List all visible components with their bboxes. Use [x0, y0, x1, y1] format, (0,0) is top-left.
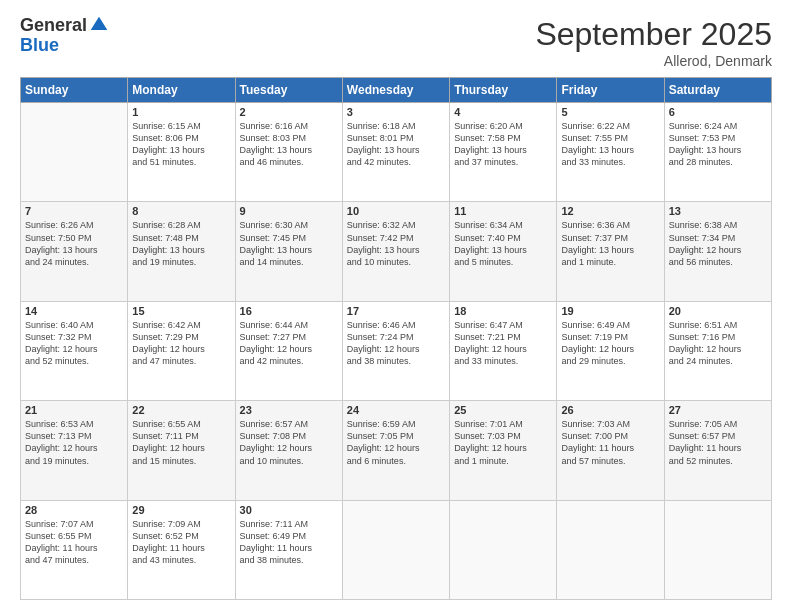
table-row: 10Sunrise: 6:32 AM Sunset: 7:42 PM Dayli… — [342, 202, 449, 301]
table-row: 20Sunrise: 6:51 AM Sunset: 7:16 PM Dayli… — [664, 301, 771, 400]
calendar-week-row: 1Sunrise: 6:15 AM Sunset: 8:06 PM Daylig… — [21, 103, 772, 202]
col-monday: Monday — [128, 78, 235, 103]
table-row: 4Sunrise: 6:20 AM Sunset: 7:58 PM Daylig… — [450, 103, 557, 202]
day-number: 8 — [132, 205, 230, 217]
day-number: 25 — [454, 404, 552, 416]
day-info: Sunrise: 6:51 AM Sunset: 7:16 PM Dayligh… — [669, 319, 767, 368]
day-number: 26 — [561, 404, 659, 416]
col-wednesday: Wednesday — [342, 78, 449, 103]
table-row: 13Sunrise: 6:38 AM Sunset: 7:34 PM Dayli… — [664, 202, 771, 301]
day-info: Sunrise: 7:05 AM Sunset: 6:57 PM Dayligh… — [669, 418, 767, 467]
calendar-table: Sunday Monday Tuesday Wednesday Thursday… — [20, 77, 772, 600]
logo-general: General — [20, 16, 87, 36]
calendar-week-row: 28Sunrise: 7:07 AM Sunset: 6:55 PM Dayli… — [21, 500, 772, 599]
calendar-week-row: 14Sunrise: 6:40 AM Sunset: 7:32 PM Dayli… — [21, 301, 772, 400]
day-number: 18 — [454, 305, 552, 317]
day-info: Sunrise: 7:03 AM Sunset: 7:00 PM Dayligh… — [561, 418, 659, 467]
day-info: Sunrise: 7:11 AM Sunset: 6:49 PM Dayligh… — [240, 518, 338, 567]
table-row: 18Sunrise: 6:47 AM Sunset: 7:21 PM Dayli… — [450, 301, 557, 400]
day-number: 11 — [454, 205, 552, 217]
day-number: 19 — [561, 305, 659, 317]
table-row: 3Sunrise: 6:18 AM Sunset: 8:01 PM Daylig… — [342, 103, 449, 202]
day-number: 9 — [240, 205, 338, 217]
day-number: 23 — [240, 404, 338, 416]
day-number: 2 — [240, 106, 338, 118]
table-row: 30Sunrise: 7:11 AM Sunset: 6:49 PM Dayli… — [235, 500, 342, 599]
table-row: 27Sunrise: 7:05 AM Sunset: 6:57 PM Dayli… — [664, 401, 771, 500]
subtitle: Allerod, Denmark — [535, 53, 772, 69]
day-info: Sunrise: 6:59 AM Sunset: 7:05 PM Dayligh… — [347, 418, 445, 467]
day-number: 22 — [132, 404, 230, 416]
day-info: Sunrise: 6:42 AM Sunset: 7:29 PM Dayligh… — [132, 319, 230, 368]
day-info: Sunrise: 6:46 AM Sunset: 7:24 PM Dayligh… — [347, 319, 445, 368]
table-row: 19Sunrise: 6:49 AM Sunset: 7:19 PM Dayli… — [557, 301, 664, 400]
calendar-header-row: Sunday Monday Tuesday Wednesday Thursday… — [21, 78, 772, 103]
day-number: 17 — [347, 305, 445, 317]
day-number: 27 — [669, 404, 767, 416]
day-info: Sunrise: 6:49 AM Sunset: 7:19 PM Dayligh… — [561, 319, 659, 368]
table-row: 12Sunrise: 6:36 AM Sunset: 7:37 PM Dayli… — [557, 202, 664, 301]
table-row — [21, 103, 128, 202]
month-title: September 2025 — [535, 16, 772, 53]
day-info: Sunrise: 6:57 AM Sunset: 7:08 PM Dayligh… — [240, 418, 338, 467]
table-row: 26Sunrise: 7:03 AM Sunset: 7:00 PM Dayli… — [557, 401, 664, 500]
table-row: 25Sunrise: 7:01 AM Sunset: 7:03 PM Dayli… — [450, 401, 557, 500]
table-row: 14Sunrise: 6:40 AM Sunset: 7:32 PM Dayli… — [21, 301, 128, 400]
day-number: 28 — [25, 504, 123, 516]
table-row — [342, 500, 449, 599]
table-row: 11Sunrise: 6:34 AM Sunset: 7:40 PM Dayli… — [450, 202, 557, 301]
table-row: 16Sunrise: 6:44 AM Sunset: 7:27 PM Dayli… — [235, 301, 342, 400]
day-number: 30 — [240, 504, 338, 516]
day-number: 21 — [25, 404, 123, 416]
day-info: Sunrise: 6:53 AM Sunset: 7:13 PM Dayligh… — [25, 418, 123, 467]
table-row: 2Sunrise: 6:16 AM Sunset: 8:03 PM Daylig… — [235, 103, 342, 202]
table-row: 29Sunrise: 7:09 AM Sunset: 6:52 PM Dayli… — [128, 500, 235, 599]
day-number: 4 — [454, 106, 552, 118]
col-sunday: Sunday — [21, 78, 128, 103]
col-saturday: Saturday — [664, 78, 771, 103]
day-info: Sunrise: 7:01 AM Sunset: 7:03 PM Dayligh… — [454, 418, 552, 467]
day-number: 24 — [347, 404, 445, 416]
table-row — [557, 500, 664, 599]
table-row — [664, 500, 771, 599]
table-row: 23Sunrise: 6:57 AM Sunset: 7:08 PM Dayli… — [235, 401, 342, 500]
day-number: 20 — [669, 305, 767, 317]
table-row: 21Sunrise: 6:53 AM Sunset: 7:13 PM Dayli… — [21, 401, 128, 500]
table-row: 24Sunrise: 6:59 AM Sunset: 7:05 PM Dayli… — [342, 401, 449, 500]
day-info: Sunrise: 6:40 AM Sunset: 7:32 PM Dayligh… — [25, 319, 123, 368]
page: General Blue September 2025 Allerod, Den… — [0, 0, 792, 612]
day-info: Sunrise: 6:28 AM Sunset: 7:48 PM Dayligh… — [132, 219, 230, 268]
day-info: Sunrise: 6:30 AM Sunset: 7:45 PM Dayligh… — [240, 219, 338, 268]
day-number: 16 — [240, 305, 338, 317]
day-info: Sunrise: 6:20 AM Sunset: 7:58 PM Dayligh… — [454, 120, 552, 169]
day-info: Sunrise: 6:18 AM Sunset: 8:01 PM Dayligh… — [347, 120, 445, 169]
day-info: Sunrise: 7:09 AM Sunset: 6:52 PM Dayligh… — [132, 518, 230, 567]
day-info: Sunrise: 6:44 AM Sunset: 7:27 PM Dayligh… — [240, 319, 338, 368]
logo: General Blue — [20, 16, 109, 56]
table-row: 7Sunrise: 6:26 AM Sunset: 7:50 PM Daylig… — [21, 202, 128, 301]
day-number: 5 — [561, 106, 659, 118]
day-info: Sunrise: 7:07 AM Sunset: 6:55 PM Dayligh… — [25, 518, 123, 567]
logo-text: General Blue — [20, 16, 109, 56]
header: General Blue September 2025 Allerod, Den… — [20, 16, 772, 69]
day-number: 1 — [132, 106, 230, 118]
day-info: Sunrise: 6:47 AM Sunset: 7:21 PM Dayligh… — [454, 319, 552, 368]
col-tuesday: Tuesday — [235, 78, 342, 103]
day-info: Sunrise: 6:24 AM Sunset: 7:53 PM Dayligh… — [669, 120, 767, 169]
table-row: 17Sunrise: 6:46 AM Sunset: 7:24 PM Dayli… — [342, 301, 449, 400]
table-row — [450, 500, 557, 599]
table-row: 5Sunrise: 6:22 AM Sunset: 7:55 PM Daylig… — [557, 103, 664, 202]
day-number: 12 — [561, 205, 659, 217]
day-number: 3 — [347, 106, 445, 118]
table-row: 6Sunrise: 6:24 AM Sunset: 7:53 PM Daylig… — [664, 103, 771, 202]
day-info: Sunrise: 6:16 AM Sunset: 8:03 PM Dayligh… — [240, 120, 338, 169]
day-info: Sunrise: 6:26 AM Sunset: 7:50 PM Dayligh… — [25, 219, 123, 268]
svg-marker-0 — [91, 17, 108, 30]
day-number: 29 — [132, 504, 230, 516]
day-info: Sunrise: 6:22 AM Sunset: 7:55 PM Dayligh… — [561, 120, 659, 169]
table-row: 9Sunrise: 6:30 AM Sunset: 7:45 PM Daylig… — [235, 202, 342, 301]
day-info: Sunrise: 6:32 AM Sunset: 7:42 PM Dayligh… — [347, 219, 445, 268]
logo-blue: Blue — [20, 36, 109, 56]
col-friday: Friday — [557, 78, 664, 103]
day-number: 7 — [25, 205, 123, 217]
